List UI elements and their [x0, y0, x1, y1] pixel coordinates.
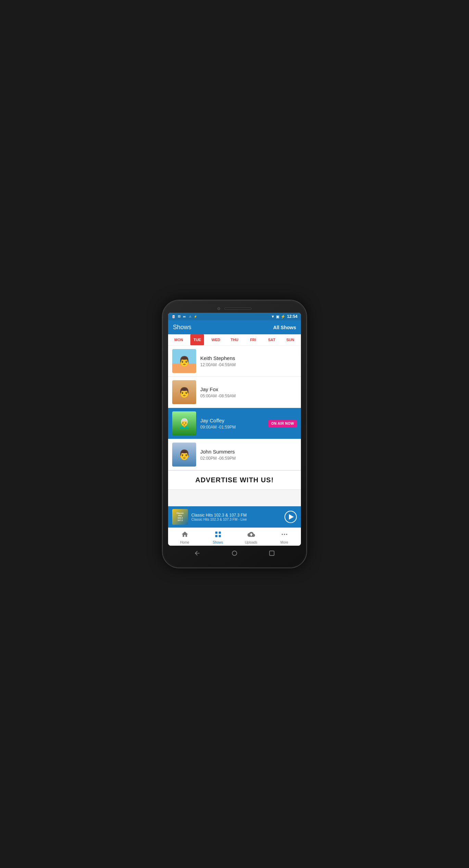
- back-button[interactable]: [193, 549, 201, 557]
- show-info-johnsummers: John Summers 02:00PM -06:59PM: [200, 449, 297, 461]
- nav-more-label: More: [280, 541, 288, 544]
- avatar-keith: 👨: [172, 349, 196, 373]
- app-header: Shows All Shows: [168, 320, 301, 334]
- svg-point-5: [284, 534, 285, 535]
- day-tabs: MON TUE WED THU FRI SAT SUN: [168, 334, 301, 346]
- avatar-jaycoffey: 👨‍🦳: [172, 411, 196, 435]
- ad-banner[interactable]: ADVERTISE WITH US!: [168, 470, 301, 490]
- show-name-keith: Keith Stephens: [200, 355, 297, 361]
- tab-sun[interactable]: SUN: [283, 334, 297, 345]
- battery-icon: ⚡: [281, 314, 286, 319]
- show-list: 👨 Keith Stephens 12:00AM -04:59AM 👨 Jay …: [168, 346, 301, 506]
- show-name-jayfox: Jay Fox: [200, 386, 297, 392]
- show-time-johnsummers: 02:00PM -06:59PM: [200, 456, 297, 461]
- notification-icon-5: ⚡: [193, 315, 198, 318]
- show-time-jayfox: 05:00AM -08:59AM: [200, 394, 297, 398]
- nav-shows[interactable]: Shows: [208, 531, 228, 544]
- show-info-keith: Keith Stephens 12:00AM -04:59AM: [200, 355, 297, 367]
- nav-uploads[interactable]: Uploads: [241, 531, 262, 544]
- station-logo-text: ClassicHits102.3107.3: [176, 512, 183, 522]
- signal-icon: ▣: [276, 314, 279, 319]
- player-station-name: Classic Hits 102.3 & 107.3 FM: [191, 513, 281, 518]
- page-title: Shows: [173, 324, 191, 331]
- avatar-person-keith: 👨: [172, 349, 196, 373]
- svg-point-6: [286, 534, 287, 535]
- avatar-johnsummers: 👨: [172, 443, 196, 467]
- android-nav: [168, 546, 301, 559]
- show-name-jaycoffey: Jay Coffey: [200, 418, 264, 423]
- phone-top: [168, 306, 301, 313]
- nav-shows-label: Shows: [213, 541, 223, 544]
- wifi-icon: ▼: [271, 314, 275, 319]
- ad-text: ADVERTISE WITH US!: [172, 476, 297, 484]
- avatar-person-jaycoffey: 👨‍🦳: [172, 411, 196, 435]
- uploads-icon: [248, 531, 255, 540]
- phone-screen: 🃏 🖼 ⏭ ⚠ ⚡ ▼ ▣ ⚡ 12:54 Shows All Shows MO…: [168, 313, 301, 546]
- tab-fri[interactable]: FRI: [246, 334, 260, 345]
- avatar-person-johnsummers: 👨: [172, 443, 196, 467]
- notification-icon-2: 🖼: [177, 315, 181, 318]
- shows-icon: [214, 531, 222, 540]
- play-icon: [289, 514, 294, 520]
- status-time: 12:54: [287, 314, 297, 319]
- player-subtitle: Classic Hits 102.3 & 107.3 FM - Live: [191, 518, 281, 521]
- show-item-johnsummers[interactable]: 👨 John Summers 02:00PM -06:59PM: [168, 439, 301, 470]
- status-left-icons: 🃏 🖼 ⏭ ⚠ ⚡: [172, 315, 198, 318]
- station-logo: ClassicHits102.3107.3: [172, 509, 188, 525]
- nav-home[interactable]: Home: [175, 531, 195, 544]
- show-item-jaycoffey[interactable]: 👨‍🦳 Jay Coffey 09:00AM -01:59PM ON AIR N…: [168, 408, 301, 439]
- player-bar: ClassicHits102.3107.3 Classic Hits 102.3…: [168, 506, 301, 528]
- show-time-jaycoffey: 09:00AM -01:59PM: [200, 425, 264, 430]
- nav-uploads-label: Uploads: [245, 541, 257, 544]
- status-bar: 🃏 🖼 ⏭ ⚠ ⚡ ▼ ▣ ⚡ 12:54: [168, 313, 301, 320]
- avatar-jayfox: 👨: [172, 380, 196, 404]
- all-shows-button[interactable]: All Shows: [273, 325, 296, 330]
- tab-thu[interactable]: THU: [228, 334, 241, 345]
- notification-icon-4: ⚠: [188, 315, 192, 318]
- svg-point-4: [281, 534, 283, 535]
- nav-home-label: Home: [180, 541, 189, 544]
- bottom-nav: Home Shows Uploads More: [168, 528, 301, 546]
- svg-rect-0: [215, 532, 217, 534]
- tab-sat[interactable]: SAT: [265, 334, 279, 345]
- show-item-jayfox[interactable]: 👨 Jay Fox 05:00AM -08:59AM: [168, 377, 301, 408]
- svg-rect-3: [218, 535, 220, 537]
- status-right-icons: ▼ ▣ ⚡ 12:54: [271, 314, 297, 319]
- player-info: Classic Hits 102.3 & 107.3 FM Classic Hi…: [191, 513, 281, 521]
- notification-icon-3: ⏭: [182, 315, 187, 318]
- svg-rect-1: [218, 532, 220, 534]
- svg-rect-2: [215, 535, 217, 537]
- on-air-badge: ON AIR NOW: [268, 420, 297, 427]
- nav-more[interactable]: More: [274, 531, 295, 544]
- home-button[interactable]: [230, 549, 239, 557]
- more-icon: [281, 531, 288, 540]
- show-info-jaycoffey: Jay Coffey 09:00AM -01:59PM: [200, 418, 264, 430]
- camera-dot: [217, 307, 220, 310]
- show-info-jayfox: Jay Fox 05:00AM -08:59AM: [200, 386, 297, 398]
- svg-rect-8: [270, 551, 274, 555]
- show-time-keith: 12:00AM -04:59AM: [200, 362, 297, 367]
- speaker-slot: [224, 308, 252, 310]
- notification-icon-1: 🃏: [172, 315, 176, 318]
- phone-device: 🃏 🖼 ⏭ ⚠ ⚡ ▼ ▣ ⚡ 12:54 Shows All Shows MO…: [163, 300, 306, 568]
- show-item-keith[interactable]: 👨 Keith Stephens 12:00AM -04:59AM: [168, 346, 301, 377]
- tab-tue[interactable]: TUE: [190, 334, 204, 345]
- avatar-person-jayfox: 👨: [172, 380, 196, 404]
- svg-point-7: [232, 551, 237, 555]
- show-name-johnsummers: John Summers: [200, 449, 297, 455]
- tab-mon[interactable]: MON: [172, 334, 186, 345]
- recents-button[interactable]: [268, 549, 276, 557]
- play-button[interactable]: [284, 511, 297, 523]
- tab-wed[interactable]: WED: [209, 334, 223, 345]
- home-icon: [181, 531, 189, 540]
